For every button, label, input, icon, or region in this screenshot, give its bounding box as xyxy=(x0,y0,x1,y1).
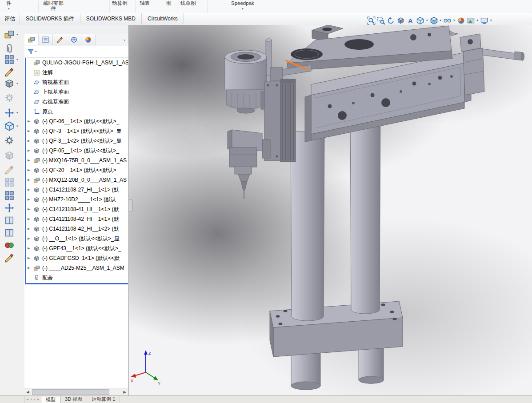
apply-scene-icon[interactable] xyxy=(467,16,475,25)
tab-solidworks-addins[interactable]: SOLIDWORKS 插件 xyxy=(20,13,80,24)
view-orientation-icon[interactable] xyxy=(416,16,424,25)
rollback-bar[interactable] xyxy=(25,283,128,284)
viewport-canvas[interactable] xyxy=(129,25,532,395)
cad-model[interactable] xyxy=(225,25,524,390)
graphics-viewport[interactable]: Z X Y xyxy=(129,25,532,395)
assembly-tool-15-icon[interactable] xyxy=(4,215,15,226)
scrollbar-track[interactable] xyxy=(31,389,121,395)
assembly-tool-06-icon[interactable] xyxy=(4,92,15,103)
expand-arrow-icon[interactable]: ▶ xyxy=(28,120,33,123)
chevron-down-icon[interactable]: ▾ xyxy=(426,19,428,22)
assembly-tool-12-icon[interactable] xyxy=(4,177,15,188)
tree-item-root[interactable]: QULIAO-JIGOU-FGH-1_ASM_1_ASM xyxy=(24,58,128,68)
assembly-tool-08-icon[interactable] xyxy=(4,121,15,132)
tab-displaymanager[interactable] xyxy=(81,34,96,45)
tab-circuitworks[interactable]: CircuitWorks xyxy=(142,13,184,24)
tree-item-component[interactable]: ▶(-) __O__1<1> (默认<<默认>_显 xyxy=(24,234,128,243)
previous-view-icon[interactable] xyxy=(387,16,395,25)
view-annotations-icon[interactable] xyxy=(406,16,415,25)
tree-item-component[interactable]: ▶(-) GPE43__1<1> (默认<<默认>_ xyxy=(24,243,128,253)
first-sheet-icon[interactable]: « xyxy=(27,397,29,402)
expand-arrow-icon[interactable]: ▶ xyxy=(28,129,33,133)
chevron-down-icon[interactable]: ▾ xyxy=(16,58,18,61)
tree-item-component[interactable]: ▶(-) C14121108-27_HI__1<1> (默 xyxy=(24,185,128,195)
tree-item-component[interactable]: ▶(-) MXQ12-20B_0_0___ASM_1_AS xyxy=(24,175,128,185)
expand-arrow-icon[interactable]: ▶ xyxy=(28,159,33,162)
expand-arrow-icon[interactable]: ▶ xyxy=(28,178,33,182)
assembly-tool-01-icon[interactable] xyxy=(4,29,15,40)
expand-arrow-icon[interactable]: ▶ xyxy=(28,237,33,240)
tab-dimxpertmanager[interactable] xyxy=(67,34,81,45)
tree-item-component[interactable]: ▶(-) MHZ2-10D2____1<1> (默认 xyxy=(24,195,128,204)
tab-solidworks-mbd[interactable]: SOLIDWORKS MBD xyxy=(80,13,142,24)
filter-funnel-icon[interactable] xyxy=(27,48,34,55)
paperclip-icon[interactable] xyxy=(4,44,15,54)
tree-item-annotations[interactable]: 注解 xyxy=(24,68,128,77)
ribbon-item[interactable]: 件▾ xyxy=(6,0,12,12)
ribbon-item[interactable]: 动算例 xyxy=(112,0,128,6)
chevron-down-icon[interactable]: ▾ xyxy=(16,111,18,115)
tree-item-component[interactable]: ▶(-) QF-3__1<2> (默认<<默认>_显 xyxy=(24,136,128,146)
tree-item-component[interactable]: ▶(-) C14121108-42_HI__1<1> (默 xyxy=(24,214,128,224)
tree-horizontal-scrollbar[interactable]: ◀ ▶ xyxy=(24,388,128,395)
zoom-to-fit-icon[interactable] xyxy=(367,16,376,25)
expand-arrow-icon[interactable]: ▶ xyxy=(28,139,33,143)
display-style-icon[interactable] xyxy=(430,16,438,25)
tab-motion-study-1[interactable]: 运动算例 1 xyxy=(87,396,120,403)
assembly-tool-13-icon[interactable] xyxy=(4,190,15,201)
expand-arrow-icon[interactable]: ▶ xyxy=(28,256,33,260)
section-view-icon[interactable] xyxy=(396,16,405,25)
tree-item-component[interactable]: ▶(-) GEADFGSD_1<1> (默认<<默 xyxy=(24,253,128,263)
zoom-to-area-icon[interactable] xyxy=(377,16,385,25)
tree-item-right-plane[interactable]: 右视基准面 xyxy=(24,97,128,107)
tree-item-component[interactable]: ▶(-) MXQ16-75B_0_0___ASM_1_AS xyxy=(24,156,128,165)
scrollbar-thumb[interactable] xyxy=(32,389,109,395)
panel-splitter-handle[interactable] xyxy=(129,200,133,212)
view-settings-icon[interactable] xyxy=(480,16,488,25)
ribbon-item[interactable]: 轴表 xyxy=(140,0,150,6)
chevron-down-icon[interactable]: ▾ xyxy=(16,33,18,36)
ribbon-item[interactable]: Speedpak▾ xyxy=(231,0,254,12)
assembly-tool-16-icon[interactable] xyxy=(4,227,15,238)
assembly-tool-07-icon[interactable] xyxy=(4,108,15,118)
assembly-tool-09-icon[interactable] xyxy=(4,135,15,146)
expand-arrow-icon[interactable]: ▶ xyxy=(28,149,33,152)
scroll-right-icon[interactable]: ▶ xyxy=(121,390,128,394)
chevron-down-icon[interactable]: ▾ xyxy=(16,124,18,128)
tree-item-mates[interactable]: 配合 xyxy=(24,273,128,283)
chevron-down-icon[interactable]: ▾ xyxy=(16,82,18,85)
expand-arrow-icon[interactable]: ▶ xyxy=(28,227,33,231)
last-sheet-icon[interactable]: » xyxy=(37,397,39,402)
tab-overflow-chevron-icon[interactable]: › xyxy=(120,34,128,46)
next-sheet-icon[interactable]: › xyxy=(34,397,35,402)
chevron-down-icon[interactable]: ▾ xyxy=(490,19,492,22)
expand-arrow-icon[interactable]: ▶ xyxy=(28,217,33,221)
tab-configurationmanager[interactable] xyxy=(53,34,67,45)
assembly-tool-17-icon[interactable] xyxy=(4,240,15,251)
assembly-tool-05-icon[interactable] xyxy=(4,78,15,89)
tab-evaluate[interactable]: 评估 xyxy=(0,13,20,24)
expand-arrow-icon[interactable]: ▶ xyxy=(28,198,33,201)
tree-filter[interactable]: ▾ xyxy=(24,46,128,58)
tree-item-origin[interactable]: 原点 xyxy=(24,107,128,116)
ribbon-item[interactable]: 图 xyxy=(166,0,172,6)
tab-featuremanager[interactable] xyxy=(24,34,39,45)
chevron-down-icon[interactable]: ▾ xyxy=(476,19,479,22)
chevron-down-icon[interactable]: ▾ xyxy=(453,19,456,22)
assembly-tool-10-icon[interactable] xyxy=(4,150,15,161)
expand-arrow-icon[interactable]: ▶ xyxy=(28,207,33,211)
tree-item-top-plane[interactable]: 上视基准面 xyxy=(24,87,128,97)
assembly-tool-14-icon[interactable] xyxy=(4,203,15,213)
tree-item-component[interactable]: ▶(-) QF-20__1<1> (默认<<默认>_ xyxy=(24,165,128,175)
tab-propertymanager[interactable] xyxy=(39,34,53,45)
previous-sheet-icon[interactable]: ‹ xyxy=(31,397,32,402)
expand-arrow-icon[interactable]: ▶ xyxy=(28,168,33,172)
expand-arrow-icon[interactable]: ▶ xyxy=(28,188,33,192)
expand-arrow-icon[interactable]: ▶ xyxy=(28,247,33,250)
ribbon-item[interactable]: 线单图 xyxy=(180,0,196,6)
tab-3d-views[interactable]: 3D 视图 xyxy=(60,396,87,403)
hide-show-items-icon[interactable] xyxy=(443,16,452,25)
tree-item-component[interactable]: ▶(-) QF-05__1<1> (默认<<默认>_ xyxy=(24,146,128,156)
assembly-tool-11-icon[interactable] xyxy=(4,164,15,175)
tree-item-component[interactable]: ▶(-) C14121108-42_HI__1<2> (默 xyxy=(24,224,128,234)
